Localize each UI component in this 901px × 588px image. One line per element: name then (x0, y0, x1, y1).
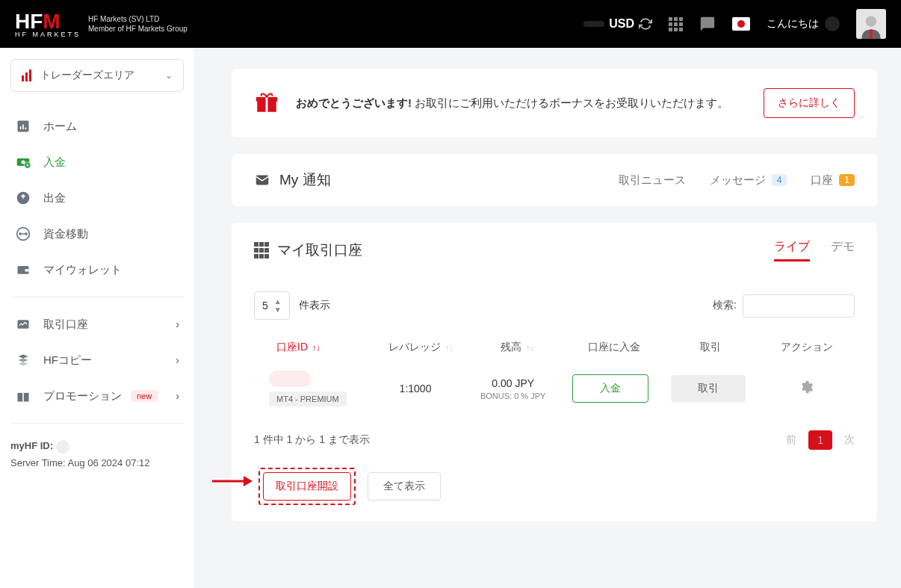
divider (10, 297, 184, 297)
transfer-icon (15, 226, 31, 242)
search-input[interactable] (743, 294, 855, 318)
svg-rect-16 (22, 393, 24, 402)
trader-area-dropdown[interactable]: トレーダーズエリア ⌄ (10, 59, 184, 92)
new-account-button[interactable]: 取引口座開設 (263, 472, 351, 501)
myhf-id-value (56, 440, 69, 454)
show-all-button[interactable]: 全て表示 (368, 472, 441, 501)
sidebar-item-label: ホーム (43, 120, 77, 134)
chevron-down-icon: ⌄ (165, 70, 173, 81)
sidebar-item-label: 出金 (43, 191, 66, 205)
tab-demo[interactable]: デモ (831, 239, 855, 261)
refresh-icon (639, 17, 652, 31)
prev-page[interactable]: 前 (786, 433, 796, 447)
svg-rect-20 (256, 176, 269, 185)
accounts-title: マイ取引口座 (254, 241, 362, 260)
wallet-icon (15, 261, 31, 278)
sidebar-item-label: マイウォレット (43, 263, 122, 277)
search-label: 検索: (713, 299, 737, 312)
cell-leverage: 1:1000 (367, 383, 465, 394)
sort-arrow-icon: ↑↓ (312, 343, 321, 352)
apps-icon[interactable] (669, 17, 683, 31)
sidebar-item-transfer[interactable]: 資金移動 (10, 216, 184, 252)
chevron-right-icon: › (176, 354, 179, 366)
logo[interactable]: HFM HF MARKETS HF Markets (SV) LTD Membe… (15, 10, 188, 38)
trader-area-label: トレーダーズエリア (40, 69, 134, 82)
mail-icon (254, 172, 270, 188)
myhf-id-label: myHF ID: (10, 440, 53, 451)
trade-button[interactable]: 取引 (671, 375, 746, 402)
language-flag-icon[interactable] (732, 17, 750, 31)
svg-rect-3 (20, 126, 22, 129)
bonus-text: おめでとうございます! お取引にご利用いただけるボーナスをお受取りいただけます。 (296, 96, 728, 111)
sidebar-item-deposit[interactable]: 入金 (10, 144, 184, 180)
user-greeting[interactable]: こんにちは (767, 16, 840, 31)
messages-count-badge: 4 (772, 174, 787, 186)
page-size-select[interactable]: 5▲▼ (254, 291, 290, 320)
th-leverage[interactable]: レバレッジ↑↓ (373, 341, 469, 354)
gift-icon (254, 90, 279, 117)
svg-rect-4 (22, 125, 24, 130)
logo-company: HF Markets (SV) LTD Member of HF Markets… (88, 14, 188, 34)
th-action: アクション (758, 341, 855, 354)
gear-icon[interactable] (799, 380, 814, 398)
account-type-badge: MT4 - PREMIUM (269, 392, 347, 406)
svg-point-7 (22, 161, 25, 164)
copy-icon (15, 352, 31, 368)
arrow-annotation-icon (211, 472, 253, 490)
sidebar-item-copy[interactable]: HFコピー› (10, 342, 184, 378)
sort-icon: ▲▼ (274, 297, 282, 314)
sort-arrow-icon: ↑↓ (445, 343, 453, 352)
table-row: MT4 - PREMIUM 1:1000 0.00 JPYBONUS: 0 % … (254, 371, 855, 406)
svg-rect-1 (870, 29, 873, 39)
grid-icon (254, 242, 268, 259)
th-balance[interactable]: 残高↑↓ (469, 341, 566, 354)
table-info: 1 件中 1 から 1 まで表示 (254, 433, 370, 447)
logo-subtext: HF MARKETS (15, 31, 81, 38)
chat-icon[interactable] (699, 16, 716, 32)
sidebar-item-label: 入金 (43, 155, 66, 170)
cell-balance: 0.00 JPYBONUS: 0 % JPY (464, 377, 562, 400)
svg-point-0 (866, 16, 876, 26)
svg-marker-22 (244, 476, 253, 486)
sidebar-item-accounts[interactable]: 取引口座› (10, 306, 184, 342)
sidebar-item-promo[interactable]: プロモーションnew› (10, 378, 184, 414)
tab-news[interactable]: 取引ニュース (619, 173, 686, 188)
svg-rect-12 (25, 269, 29, 271)
sidebar-item-wallet[interactable]: マイウォレット (10, 252, 184, 288)
avatar[interactable] (856, 9, 886, 39)
sidebar-item-label: 取引口座 (43, 318, 88, 332)
sidebar-item-home[interactable]: ホーム (10, 108, 184, 144)
tab-live[interactable]: ライブ (774, 239, 810, 261)
notifications-card: My 通知 取引ニュース メッセージ4 口座1 (232, 154, 877, 206)
page-number[interactable]: 1 (808, 430, 832, 450)
gift-icon (15, 388, 31, 404)
svg-rect-5 (25, 128, 27, 130)
bonus-card: おめでとうございます! お取引にご利用いただけるボーナスをお受取りいただけます。… (232, 69, 877, 137)
deposit-button[interactable]: 入金 (572, 374, 648, 403)
tab-messages[interactable]: メッセージ4 (710, 173, 787, 188)
tab-accounts[interactable]: 口座1 (811, 173, 855, 188)
sidebar-item-label: HFコピー (43, 353, 92, 368)
accounts-count-badge: 1 (839, 174, 855, 186)
bars-icon (22, 69, 31, 81)
chevron-right-icon: › (176, 318, 179, 330)
accounts-card: マイ取引口座 ライブ デモ 5▲▼ 件表示 検索: 口座ID↑↓ レバレッジ↑↓… (232, 223, 877, 522)
sidebar-item-withdraw[interactable]: 出金 (10, 180, 184, 216)
sidebar-item-label: 資金移動 (43, 227, 88, 241)
th-trade: 取引 (662, 341, 758, 354)
withdraw-icon (15, 190, 31, 206)
page-size-label: 件表示 (299, 299, 330, 312)
th-id[interactable]: 口座ID↑↓ (254, 341, 373, 354)
sidebar-footer: myHF ID: Server Time: Aug 06 2024 07:12 (10, 437, 184, 472)
server-time: Server Time: Aug 06 2024 07:12 (10, 454, 184, 471)
currency-selector[interactable]: USD (583, 17, 652, 31)
sidebar: トレーダーズエリア ⌄ ホーム 入金 出金 資金移動 マイウォレット 取引口座›… (0, 48, 194, 588)
bonus-more-button[interactable]: さらに詳しく (764, 88, 855, 118)
deposit-icon (15, 154, 31, 170)
svg-rect-19 (266, 96, 268, 111)
topbar: HFM HF MARKETS HF Markets (SV) LTD Membe… (0, 0, 901, 48)
notifications-title: My 通知 (254, 170, 331, 190)
sidebar-item-label: プロモーション (43, 389, 122, 403)
new-badge: new (131, 390, 158, 402)
next-page[interactable]: 次 (844, 433, 855, 447)
